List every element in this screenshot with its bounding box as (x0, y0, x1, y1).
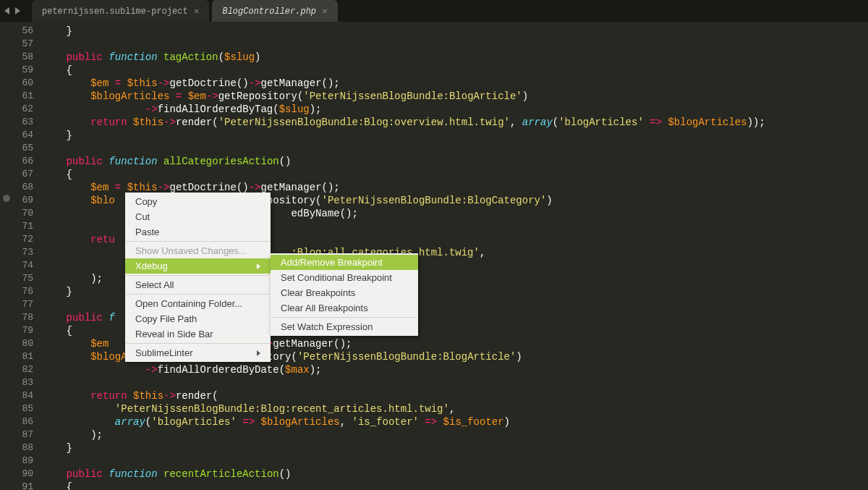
line-number: 71 (0, 220, 33, 233)
code-line[interactable] (42, 455, 868, 468)
line-number: 87 (0, 428, 33, 442)
menu-item-label: Paste (135, 227, 159, 237)
line-number: 91 (0, 481, 33, 490)
line-number: 76 (0, 285, 33, 298)
line-number: 86 (0, 415, 33, 428)
line-number: 77 (0, 298, 33, 311)
menu-item-label: Show Unsaved Changes... (135, 245, 247, 256)
submenu-item-label: Set Conditional Breakpoint (281, 272, 392, 283)
code-line[interactable]: public function tagAction($slug) (42, 51, 868, 64)
code-line[interactable]: $blogArticles = $em->getRepository('Pete… (42, 90, 868, 103)
tab-history-forward-icon[interactable] (15, 7, 20, 14)
code-line[interactable] (42, 376, 868, 389)
line-number: 79 (0, 324, 33, 337)
menu-item-paste[interactable]: Paste (125, 224, 271, 240)
line-number: 73 (0, 246, 33, 259)
code-line[interactable]: 'PeterNijssenBlogBundle:Blog:recent_arti… (42, 402, 868, 415)
line-number: 90 (0, 468, 33, 481)
close-icon[interactable]: × (322, 7, 328, 17)
line-number: 81 (0, 350, 33, 363)
line-number: 83 (0, 376, 33, 389)
line-number: 59 (0, 64, 33, 77)
menu-item-cut[interactable]: Cut (125, 209, 271, 224)
line-number: 65 (0, 142, 33, 155)
line-number: 61 (0, 90, 33, 103)
line-number: 58 (0, 51, 33, 64)
code-line[interactable]: ); (42, 428, 868, 442)
line-number: 62 (0, 103, 33, 116)
menu-item-open-containing-folder-[interactable]: Open Containing Folder... (125, 296, 271, 311)
tab-0[interactable]: peternijssen.sublime-project× (32, 0, 209, 22)
menu-item-label: Cut (135, 211, 150, 222)
line-number: 88 (0, 442, 33, 455)
menu-separator (126, 294, 270, 295)
line-number: 56 (0, 25, 33, 38)
menu-item-show-unsaved-changes-: Show Unsaved Changes... (125, 243, 271, 258)
code-line[interactable]: public function allCategoriesAction() (42, 155, 868, 168)
submenu-item-label: Clear Breakpoints (281, 287, 355, 298)
line-number: 64 (0, 129, 33, 142)
close-icon[interactable]: × (194, 7, 200, 17)
submenu-item-set-conditional-breakpoint[interactable]: Set Conditional Breakpoint (271, 270, 418, 285)
menu-item-sublimelinter[interactable]: SublimeLinter (125, 345, 271, 360)
line-number: 75 (0, 272, 33, 285)
submenu-item-label: Clear All Breakpoints (281, 303, 368, 313)
tab-bar: peternijssen.sublime-project×BlogControl… (0, 0, 868, 22)
menu-item-copy-file-path[interactable]: Copy File Path (125, 311, 271, 326)
menu-item-label: Open Containing Folder... (135, 298, 242, 309)
tabs-container: peternijssen.sublime-project×BlogControl… (32, 0, 341, 22)
menu-item-select-all[interactable]: Select All (125, 277, 271, 292)
code-line[interactable]: ->findAllOrderedByDate($max); (42, 363, 868, 376)
line-number: 80 (0, 337, 33, 350)
submenu-item-set-watch-expression[interactable]: Set Watch Expression (271, 319, 418, 334)
line-number: 74 (0, 259, 33, 272)
menu-item-xdebug[interactable]: Xdebug (125, 258, 271, 274)
submenu-item-clear-all-breakpoints[interactable]: Clear All Breakpoints (271, 300, 418, 316)
line-number: 89 (0, 455, 33, 468)
line-number: 67 (0, 168, 33, 181)
menu-item-copy[interactable]: Copy (125, 194, 271, 209)
menu-item-label: SublimeLinter (135, 347, 193, 358)
menu-separator (126, 275, 270, 276)
code-line[interactable]: return $this->render( (42, 389, 868, 402)
code-line[interactable]: } (42, 25, 868, 38)
xdebug-submenu[interactable]: Add/Remove BreakpointSet Conditional Bre… (271, 253, 418, 336)
tab-history-back-icon[interactable] (4, 7, 9, 14)
code-line[interactable]: } (42, 442, 868, 455)
breakpoint-marker-icon[interactable] (3, 195, 10, 202)
tab-label: peternijssen.sublime-project (42, 7, 188, 17)
code-line[interactable]: } (42, 129, 868, 142)
code-line[interactable]: public function recentArticleAction() (42, 468, 868, 481)
code-line[interactable] (42, 142, 868, 155)
code-line[interactable] (42, 38, 868, 51)
submenu-item-label: Set Watch Expression (281, 321, 373, 332)
code-line[interactable]: ->findAllOrderedByTag($slug); (42, 103, 868, 116)
line-number: 78 (0, 311, 33, 324)
chevron-right-icon (257, 350, 260, 356)
context-menu[interactable]: CopyCutPasteShow Unsaved Changes...Xdebu… (125, 193, 271, 362)
line-number: 60 (0, 77, 33, 90)
line-number: 68 (0, 181, 33, 194)
submenu-item-clear-breakpoints[interactable]: Clear Breakpoints (271, 285, 418, 300)
menu-item-label: Copy File Path (135, 313, 197, 324)
tab-label: BlogController.php (222, 7, 316, 17)
code-line[interactable]: array('blogArticles' => $blogArticles, '… (42, 415, 868, 428)
tab-1[interactable]: BlogController.php× (212, 0, 337, 22)
line-number: 84 (0, 389, 33, 402)
line-number: 63 (0, 116, 33, 129)
code-line[interactable]: { (42, 64, 868, 77)
code-line[interactable]: { (42, 481, 868, 490)
code-line[interactable]: return $this->render('PeterNijssenBlogBu… (42, 116, 868, 129)
chevron-right-icon (257, 263, 260, 269)
menu-separator (126, 343, 270, 344)
line-number: 66 (0, 155, 33, 168)
code-line[interactable]: $em = $this->getDoctrine()->getManager()… (42, 77, 868, 90)
line-number: 70 (0, 207, 33, 220)
submenu-item-add-remove-breakpoint[interactable]: Add/Remove Breakpoint (271, 255, 418, 270)
menu-item-label: Xdebug (135, 261, 168, 271)
menu-separator (126, 241, 270, 242)
code-line[interactable]: { (42, 168, 868, 181)
line-number: 72 (0, 233, 33, 246)
menu-item-reveal-in-side-bar[interactable]: Reveal in Side Bar (125, 326, 271, 342)
line-number-gutter: 5657585960616263646566676869707172737475… (0, 22, 42, 490)
